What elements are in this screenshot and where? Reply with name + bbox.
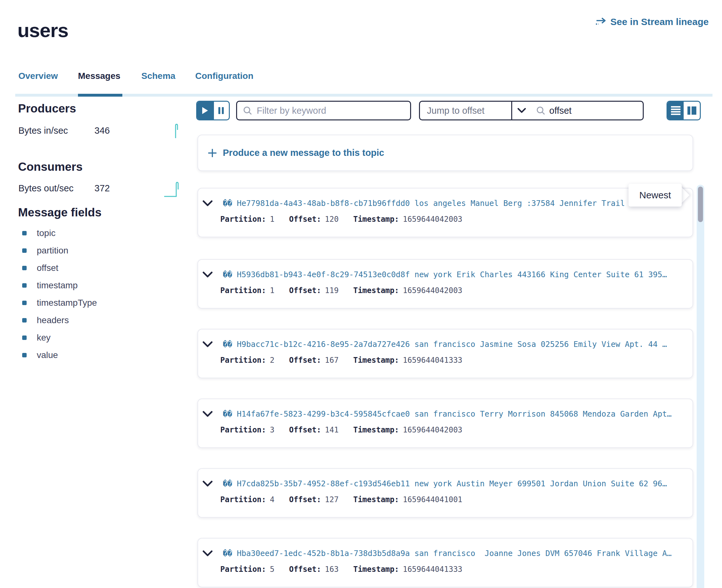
play-pause-toggle [196,101,230,120]
tab-messages[interactable]: Messages [78,71,120,81]
offset-value: 167 [325,356,338,365]
bytes-in-label: Bytes in/sec [18,125,68,136]
messages-scrollbar-thumb[interactable] [698,187,703,222]
tab-schema[interactable]: Schema [141,71,175,81]
message-row[interactable]: �� H7cda825b-35b7-4952-88ef-c193d546eb11… [198,468,693,518]
square-bullet-icon [22,301,27,305]
offset-value: 141 [325,425,338,434]
message-key: �� He77981da-4a43-48ab-b8f8-cb71b96ffdd0… [223,198,685,208]
offset-search-field [531,101,644,120]
search-icon [536,106,545,115]
square-bullet-icon [22,353,27,357]
partition-value: 3 [270,425,274,434]
square-bullet-icon [22,231,27,235]
message-row[interactable]: �� H14fa67fe-5823-4299-b3c4-595845cfcae0… [198,399,693,448]
bytes-out-sparkline [164,180,183,198]
message-meta: Partition:3 Offset:141 Timestamp:1659644… [220,425,693,434]
chevron-down-icon [511,102,531,120]
tab-configuration[interactable]: Configuration [195,71,253,81]
bytes-out-value: 372 [95,183,110,193]
expand-chevron-icon[interactable] [203,481,213,487]
keyword-filter-field [236,101,411,120]
bytes-out-label: Bytes out/sec [18,183,74,193]
produce-button-label: Produce a new message to this topic [223,148,384,158]
field-item-timestamp[interactable]: timestamp [22,277,97,294]
square-bullet-icon [22,283,27,288]
message-meta: Partition:1 Offset:120 Timestamp:1659644… [220,215,693,224]
message-meta: Partition:4 Offset:127 Timestamp:1659644… [220,495,693,504]
expand-chevron-icon[interactable] [203,272,213,278]
timestamp-value: 1659644041001 [403,495,462,504]
field-item-key[interactable]: key [22,329,97,346]
message-meta: Partition:1 Offset:119 Timestamp:1659644… [220,286,693,295]
play-icon [202,106,209,115]
active-tab-indicator [78,94,122,97]
message-row[interactable]: �� He77981da-4a43-48ab-b8f8-cb71b96ffdd0… [198,188,693,237]
page-title: users [17,19,68,42]
offset-value: 163 [325,565,338,574]
message-key: �� H7cda825b-35b7-4952-88ef-c193d546eb11… [223,479,685,488]
partition-value: 5 [270,565,274,574]
field-item-topic[interactable]: topic [22,224,97,242]
square-bullet-icon [22,336,27,340]
produce-message-button[interactable]: Produce a new message to this topic [198,135,693,171]
message-key: �� H14fa67fe-5823-4299-b3c4-595845cfcae0… [223,409,685,419]
field-item-offset[interactable]: offset [22,259,97,277]
message-row[interactable]: �� Hba30eed7-1edc-452b-8b1a-738d3b5d8a9a… [198,538,693,587]
expand-chevron-icon[interactable] [203,341,213,348]
offset-search-input[interactable] [549,105,638,116]
message-key: �� H5936db81-b943-4e0f-8c29-74513e0c0d8f… [223,270,685,279]
list-view-icon [671,106,680,115]
producers-heading: Producers [18,102,76,115]
bytes-in-value: 346 [95,125,110,136]
timestamp-value: 1659644042003 [403,215,462,224]
expand-chevron-icon[interactable] [203,200,213,207]
expand-chevron-icon[interactable] [203,550,213,556]
expand-chevron-icon[interactable] [203,411,213,417]
lineage-link-label: See in Stream lineage [611,17,709,27]
field-item-value[interactable]: value [22,346,97,364]
message-row[interactable]: �� H9bacc71c-b12c-4216-8e95-2a7da727e426… [198,329,693,378]
pause-button[interactable] [213,102,229,120]
search-icon [243,106,252,115]
play-button[interactable] [197,102,213,120]
offset-value: 127 [325,495,338,504]
timestamp-value: 1659644041333 [403,565,462,574]
stream-lineage-link[interactable]: See in Stream lineage [595,17,709,27]
message-key: �� Hba30eed7-1edc-452b-8b1a-738d3b5d8a9a… [223,549,685,558]
list-view-button[interactable] [667,102,684,120]
keyword-filter-input[interactable] [257,105,405,116]
message-key: �� H9bacc71c-b12c-4216-8e95-2a7da727e426… [223,340,685,349]
column-view-icon [687,106,696,115]
square-bullet-icon [22,266,27,270]
partition-value: 2 [270,356,274,365]
timestamp-value: 1659644042003 [403,286,462,295]
offset-value: 120 [325,215,338,224]
field-item-timestampType[interactable]: timestampType [22,294,97,311]
square-bullet-icon [22,248,27,253]
partition-value: 1 [270,215,274,224]
message-fields-heading: Message fields [18,206,101,219]
lineage-arrow-icon [595,17,606,27]
plus-icon [208,148,217,158]
message-row[interactable]: �� H5936db81-b943-4e0f-8c29-74513e0c0d8f… [198,259,693,309]
column-view-button[interactable] [684,102,700,120]
partition-value: 4 [270,495,274,504]
offset-value: 119 [325,286,338,295]
field-item-headers[interactable]: headers [22,311,97,329]
timestamp-value: 1659644041333 [403,356,462,365]
message-fields-list: topic partition offset timestamp timesta… [22,224,97,364]
jump-select-value: Jump to offset [420,105,511,116]
jump-to-offset-select[interactable]: Jump to offset [419,101,532,120]
bytes-in-sparkline [168,123,184,140]
tab-overview[interactable]: Overview [18,71,58,81]
field-item-partition[interactable]: partition [22,242,97,259]
pause-icon [218,106,224,115]
tooltip-label: Newest [628,184,682,207]
consumers-heading: Consumers [18,160,83,174]
messages-scrollbar-track[interactable] [697,185,704,588]
view-mode-toggle [666,101,701,120]
message-meta: Partition:2 Offset:167 Timestamp:1659644… [220,356,693,365]
timestamp-value: 1659644042003 [403,425,462,434]
partition-value: 1 [270,286,274,295]
